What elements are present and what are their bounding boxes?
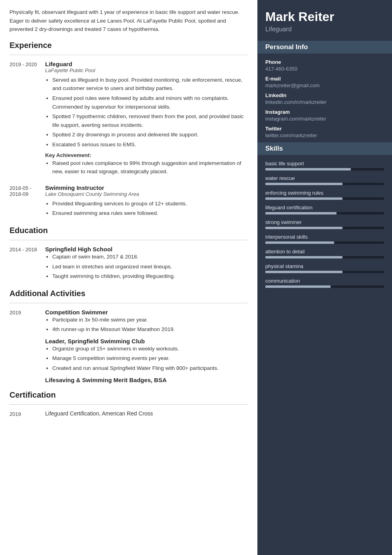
key-achievement-label: Key Achievement:	[45, 152, 248, 158]
activity-title-club: Leader, Springfield Swimming Club	[45, 338, 248, 344]
certification-divider	[10, 404, 248, 405]
exp-bullet: Provided lifeguarding services to groups…	[52, 199, 248, 208]
activity-item-swimmer: 2019 Competition Swimmer Participate in …	[10, 309, 248, 383]
skill-bar-container	[265, 271, 384, 273]
exp-content-instructor: Swimming Instructor Lake Obsoquami Count…	[45, 184, 248, 219]
skill-bar-remaining	[331, 285, 384, 288]
skill-bar-remaining	[343, 197, 384, 200]
skill-bar-container	[265, 212, 384, 214]
exp-bullet: Served as lifeguard in busy pool. Provid…	[52, 76, 248, 93]
activity-bullets-club: Organize group of 15+ swimmers in weekly…	[45, 344, 248, 373]
email-label: E-mail	[265, 76, 384, 82]
activities-section-title: Additional Activities	[10, 289, 248, 300]
skill-bar-container	[265, 256, 384, 258]
exp-bullet: Spotted 2 dry drownings in process and d…	[52, 130, 248, 139]
linkedin-value: linkedin.com/in/markzreiter	[265, 99, 384, 105]
key-achievement-bullets: Raised pool rules compliance to 99% thro…	[45, 159, 248, 176]
exp-date-instructor: 2018-05 - 2018-09	[10, 184, 45, 219]
skill-name: communication	[265, 278, 384, 284]
skill-name: interpersonal skills	[265, 234, 384, 240]
certification-item: 2019 Lifeguard Certification, American R…	[10, 410, 248, 417]
skill-bar-container	[265, 183, 384, 185]
edu-date: 2014 - 2018	[10, 246, 45, 282]
skill-bar-remaining	[343, 227, 384, 229]
skill-item: attention to detail	[265, 249, 384, 258]
key-achievement-text: Raised pool rules compliance to 99% thro…	[52, 159, 248, 176]
skill-bar-fill	[265, 285, 331, 288]
right-panel: Mark Reiter Lifeguard Personal Info Phon…	[257, 0, 392, 555]
twitter-label: Twitter	[265, 126, 384, 132]
summary-text: Physically fit, observant lifeguard with…	[10, 8, 248, 34]
exp-company-lifeguard: LaFayette Public Pool	[45, 67, 248, 73]
skill-bar-fill	[265, 241, 334, 244]
instagram-label: Instagram	[265, 109, 384, 115]
contact-linkedin-block: LinkedIn linkedin.com/in/markzreiter	[265, 92, 384, 105]
skill-bar-container	[265, 227, 384, 229]
exp-title-instructor: Swimming Instructor	[45, 184, 248, 191]
exp-bullets-instructor: Provided lifeguarding services to groups…	[45, 199, 248, 218]
skill-bar-fill	[265, 271, 343, 273]
skill-name: attention to detail	[265, 249, 384, 255]
edu-content: Springfield High School Captain of swim …	[45, 246, 248, 282]
skill-item: interpersonal skills	[265, 234, 384, 244]
experience-item-lifeguard: 2019 - 2020 Lifeguard LaFayette Public P…	[10, 61, 248, 177]
skill-item: basic life support	[265, 161, 384, 170]
contact-phone-block: Phone 417-460-6350	[265, 59, 384, 72]
skill-name: basic life support	[265, 161, 384, 166]
activity-bullet: Participate in 3x 50-mile swims per year…	[52, 316, 248, 324]
skill-item: strong swimmer	[265, 219, 384, 229]
candidate-name: Mark Reiter	[265, 10, 384, 24]
email-value: markzreiter@gmail.com	[265, 82, 384, 88]
exp-bullets-lifeguard: Served as lifeguard in busy pool. Provid…	[45, 76, 248, 149]
edu-bullet: Captain of swim team, 2017 & 2018.	[52, 253, 248, 261]
education-divider	[10, 240, 248, 240]
cert-content: Lifeguard Certification, American Red Cr…	[45, 410, 248, 417]
personal-info-section-title: Personal Info	[257, 41, 392, 54]
contact-instagram-block: Instagram instagram.com/markzreiter	[265, 109, 384, 122]
cert-description: Lifeguard Certification, American Red Cr…	[45, 410, 153, 417]
skill-bar-container	[265, 241, 384, 244]
skill-bar-fill	[265, 197, 343, 200]
instagram-value: instagram.com/markzreiter	[265, 116, 384, 122]
edu-bullet: Taught swimming to children, providing l…	[52, 272, 248, 281]
skill-bar-remaining	[337, 212, 384, 214]
skill-bar-remaining	[343, 183, 384, 185]
skill-bar-container	[265, 168, 384, 170]
contact-twitter-block: Twitter twitter.com/markzreiter	[265, 126, 384, 138]
activity-bullet: Manage 5 competition swimming events per…	[52, 354, 248, 363]
skill-bar-fill	[265, 227, 343, 229]
exp-bullet: Ensured swimming area rules were followe…	[52, 209, 248, 218]
edu-bullets: Captain of swim team, 2017 & 2018. Led t…	[45, 253, 248, 281]
skill-bar-remaining	[343, 256, 384, 258]
exp-title-lifeguard: Lifeguard	[45, 61, 248, 67]
skill-name: strong swimmer	[265, 219, 384, 225]
skill-bar-remaining	[351, 168, 384, 170]
experience-section-title: Experience	[10, 41, 248, 52]
activity-title-swimmer: Competition Swimmer	[45, 309, 248, 316]
skill-item: communication	[265, 278, 384, 288]
exp-bullet: Escalated 5 serious issues to EMS.	[52, 140, 248, 149]
skill-bar-container	[265, 285, 384, 288]
exp-bullet: Spotted 7 hypothermic children, removed …	[52, 112, 248, 129]
skill-bar-remaining	[334, 241, 384, 244]
skill-name: lifeguard certification	[265, 205, 384, 211]
phone-value: 417-460-6350	[265, 66, 384, 72]
cert-date: 2019	[10, 410, 45, 417]
candidate-job-title: Lifeguard	[265, 26, 384, 33]
skill-bar-fill	[265, 183, 343, 185]
twitter-value: twitter.com/markzreiter	[265, 132, 384, 138]
skill-bar-fill	[265, 212, 337, 214]
skill-bar-fill	[265, 256, 343, 258]
skill-item: lifeguard certification	[265, 205, 384, 214]
skill-bar-remaining	[343, 271, 384, 273]
education-section-title: Education	[10, 226, 248, 237]
experience-item-instructor: 2018-05 - 2018-09 Swimming Instructor La…	[10, 184, 248, 219]
edu-bullet: Led team in stretches and organized meet…	[52, 262, 248, 271]
exp-company-instructor: Lake Obsoquami County Swimming Area	[45, 191, 248, 197]
activity-bullets-swimmer: Participate in 3x 50-mile swims per year…	[45, 316, 248, 334]
activity-bullet: Organize group of 15+ swimmers in weekly…	[52, 344, 248, 353]
education-item-highschool: 2014 - 2018 Springfield High School Capt…	[10, 246, 248, 282]
skill-item: water rescue	[265, 175, 384, 185]
activities-divider	[10, 303, 248, 303]
activity-title-badges: Lifesaving & Swimming Merit Badges, BSA	[45, 377, 248, 383]
